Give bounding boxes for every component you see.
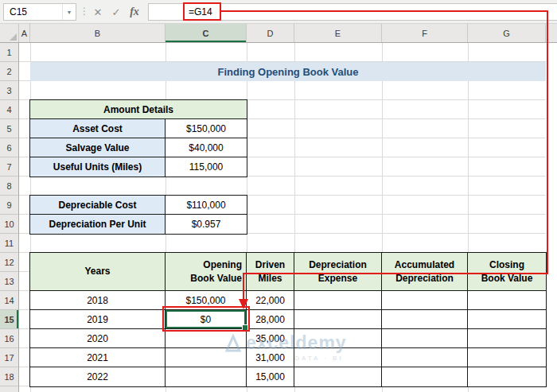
cell-d17[interactable]: 31,000 xyxy=(247,348,294,367)
cell-b7-useful-units[interactable]: Useful Units (Miles) xyxy=(30,157,166,177)
cell-g15[interactable] xyxy=(468,310,546,329)
row-header-9[interactable]: 9 xyxy=(0,196,18,215)
cell-g18[interactable] xyxy=(468,367,546,386)
row-header-17[interactable]: 17 xyxy=(0,348,18,367)
header-depreciation-expense[interactable]: Depreciation Expense xyxy=(294,253,382,291)
cell-b5-asset-cost[interactable]: Asset Cost xyxy=(30,119,166,138)
cell-amount-details-header[interactable]: Amount Details xyxy=(30,100,247,119)
cell-b17[interactable]: 2021 xyxy=(30,348,166,367)
cell-g16[interactable] xyxy=(468,329,546,348)
table-row: 2021 31,000 xyxy=(30,348,546,367)
cell-c15-selected[interactable]: $0 xyxy=(166,310,247,329)
cell-e16[interactable] xyxy=(294,329,382,348)
name-box[interactable]: C15 ▾ xyxy=(3,3,76,21)
cell-b16[interactable]: 2020 xyxy=(30,329,166,348)
cell-g17[interactable] xyxy=(468,348,546,367)
row-header-14[interactable]: 14 xyxy=(0,291,18,310)
name-box-value: C15 xyxy=(4,6,62,17)
column-header-c[interactable]: C xyxy=(166,24,247,42)
row-header-6[interactable]: 6 xyxy=(0,138,18,157)
row-header-1[interactable]: 1 xyxy=(0,43,18,62)
cell-e17[interactable] xyxy=(294,348,382,367)
cell-b9-depreciable-cost[interactable]: Depreciable Cost xyxy=(30,196,166,215)
cell-c10-depreciation-per-unit-value[interactable]: $0.957 xyxy=(166,215,247,234)
cell-f16[interactable] xyxy=(382,329,468,348)
cell-f15[interactable] xyxy=(382,310,468,329)
cell-b18[interactable]: 2022 xyxy=(30,367,166,386)
formula-input[interactable]: =G14 xyxy=(148,3,557,21)
insert-function-icon[interactable]: fx xyxy=(126,3,143,21)
cell-c5-asset-cost-value[interactable]: $150,000 xyxy=(166,119,247,138)
header-opening-book-value[interactable]: Opening Book Value xyxy=(166,253,247,291)
cell-b6-salvage-value[interactable]: Salvage Value xyxy=(30,138,166,157)
cell-b15[interactable]: 2019 xyxy=(30,310,166,329)
row-header-11[interactable]: 11 xyxy=(0,234,18,253)
row-header-7[interactable]: 7 xyxy=(0,157,18,177)
name-box-dropdown-icon[interactable]: ▾ xyxy=(62,4,76,20)
cell-d15[interactable]: 28,000 xyxy=(247,310,294,329)
cell-e18[interactable] xyxy=(294,367,382,386)
header-line: Book Value xyxy=(481,272,533,285)
header-line: Expense xyxy=(318,272,357,285)
row-header-4[interactable]: 4 xyxy=(0,100,18,119)
cell-b10-depreciation-per-unit[interactable]: Depreciation Per Unit xyxy=(30,215,166,234)
row-header-3[interactable]: 3 xyxy=(0,81,18,100)
header-line: Depreciation xyxy=(309,258,367,272)
header-driven-miles[interactable]: Driven Miles xyxy=(247,253,294,291)
cell-c9-depreciable-cost-value[interactable]: $110,000 xyxy=(166,196,247,215)
header-line: Accumulated xyxy=(395,258,454,272)
header-line: Book Value xyxy=(190,272,242,285)
row-header-12[interactable]: 12 xyxy=(0,253,18,272)
cell-d14[interactable]: 22,000 xyxy=(247,291,294,310)
row-header-8[interactable]: 8 xyxy=(0,177,18,196)
cell-c16[interactable] xyxy=(166,329,247,348)
cell-c6-salvage-value-value[interactable]: $40,000 xyxy=(166,138,247,157)
table-row: 2020 35,000 xyxy=(30,329,546,348)
column-header-a[interactable]: A xyxy=(19,24,30,42)
cell-c17[interactable] xyxy=(166,348,247,367)
row-header-18[interactable]: 18 xyxy=(0,367,18,386)
header-closing-book-value[interactable]: Closing Book Value xyxy=(468,253,546,291)
table-row: Salvage Value $40,000 xyxy=(30,138,247,157)
cell-d16[interactable]: 35,000 xyxy=(247,329,294,348)
row-header-2[interactable]: 2 xyxy=(0,62,18,81)
cell-f14[interactable] xyxy=(382,291,468,310)
column-header-d[interactable]: D xyxy=(247,24,294,42)
cell-c14[interactable]: $150,000 xyxy=(166,291,247,310)
derived-values-table: Depreciable Cost $110,000 Depreciation P… xyxy=(29,195,247,235)
table-row: Depreciation Per Unit $0.957 xyxy=(30,215,247,234)
header-accumulated-depreciation[interactable]: Accumulated Depreciation xyxy=(382,253,468,291)
row-header-16[interactable]: 16 xyxy=(0,329,18,348)
cancel-icon[interactable]: ✕ xyxy=(89,3,107,21)
header-line: Depreciation xyxy=(395,272,454,285)
cell-e14[interactable] xyxy=(294,291,382,310)
column-header-f[interactable]: F xyxy=(382,24,468,42)
sheet-grid[interactable]: Finding Opening Book Value Amount Detail… xyxy=(19,43,557,392)
cell-f18[interactable] xyxy=(382,367,468,386)
column-header-e[interactable]: E xyxy=(294,24,382,42)
cell-e15[interactable] xyxy=(294,310,382,329)
formula-bar: C15 ▾ ⋮ ✕ ✓ fx =G14 xyxy=(0,0,557,24)
cell-c7-useful-units-value[interactable]: 115,000 xyxy=(166,157,247,177)
excel-window: C15 ▾ ⋮ ✕ ✓ fx =G14 A B C D E F G 1 2 3 … xyxy=(0,0,557,392)
row-header-15[interactable]: 15 xyxy=(0,310,18,329)
table-row: 2019 $0 28,000 xyxy=(30,310,546,329)
row-header-13[interactable]: 13 xyxy=(0,272,18,291)
select-all-corner[interactable] xyxy=(0,24,19,42)
header-years[interactable]: Years xyxy=(30,253,166,291)
title-cell[interactable]: Finding Opening Book Value xyxy=(30,62,546,81)
row-header-5[interactable]: 5 xyxy=(0,119,18,138)
column-header-g[interactable]: G xyxy=(468,24,546,42)
table-row: Useful Units (Miles) 115,000 xyxy=(30,157,247,177)
table-row: Asset Cost $150,000 xyxy=(30,119,247,138)
cell-c18[interactable] xyxy=(166,367,247,386)
cell-b14[interactable]: 2018 xyxy=(30,291,166,310)
column-header-b[interactable]: B xyxy=(30,24,166,42)
cell-f17[interactable] xyxy=(382,348,468,367)
enter-icon[interactable]: ✓ xyxy=(107,3,125,21)
row-header-10[interactable]: 10 xyxy=(0,215,18,234)
cell-g14[interactable] xyxy=(468,291,546,310)
cell-d18[interactable]: 15,000 xyxy=(247,367,294,386)
header-line: Miles xyxy=(258,272,282,285)
header-line: Driven xyxy=(255,258,285,272)
